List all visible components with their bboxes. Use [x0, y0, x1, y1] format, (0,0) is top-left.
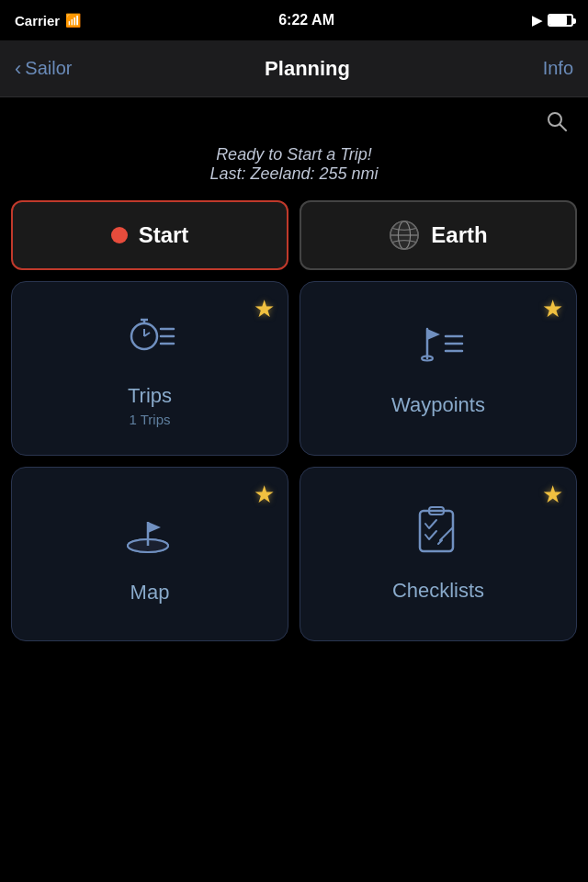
svg-line-25: [440, 527, 453, 540]
trips-star-icon: ★: [254, 295, 275, 323]
subtitle-line1: Ready to Start a Trip!: [18, 145, 570, 164]
start-label: Start: [139, 222, 189, 248]
back-label: Sailor: [25, 58, 72, 79]
action-buttons-row: Start Earth: [0, 200, 588, 281]
main-grid: ★ Trips 1 Trips ★: [0, 281, 588, 652]
location-icon: ▶: [532, 13, 542, 28]
info-button[interactable]: Info: [543, 58, 573, 79]
start-button[interactable]: Start: [11, 200, 288, 270]
back-button[interactable]: ‹ Sailor: [15, 57, 72, 81]
earth-button[interactable]: Earth: [300, 200, 577, 270]
search-button[interactable]: [542, 107, 571, 136]
status-right: ▶: [532, 13, 573, 28]
trips-icon: [124, 311, 175, 373]
trips-label: Trips: [128, 384, 172, 408]
status-time: 6:22 AM: [278, 12, 334, 28]
battery-icon: [548, 14, 573, 27]
wifi-icon: 📶: [65, 13, 81, 28]
earth-globe-icon: [389, 220, 420, 251]
chevron-left-icon: ‹: [15, 57, 21, 81]
waypoints-label: Waypoints: [391, 393, 485, 417]
page-title: Planning: [265, 57, 350, 81]
map-icon: [122, 503, 177, 570]
earth-label: Earth: [431, 222, 487, 248]
checklists-icon: [413, 505, 464, 568]
search-row: [0, 97, 588, 140]
subtitle-section: Ready to Start a Trip! Last: Zeeland: 25…: [0, 140, 588, 200]
search-icon: [547, 111, 567, 131]
map-star-icon: ★: [254, 481, 275, 509]
waypoints-star-icon: ★: [542, 295, 563, 323]
checklists-label: Checklists: [392, 579, 484, 603]
subtitle-line2: Last: Zeeland: 255 nmi: [18, 164, 570, 184]
map-tile[interactable]: ★ Map: [11, 467, 288, 641]
map-label: Map: [130, 581, 170, 605]
carrier-text: Carrier: [15, 13, 60, 28]
svg-line-26: [438, 540, 442, 544]
trips-sublabel: 1 Trips: [129, 412, 170, 427]
waypoints-icon: [413, 320, 464, 382]
status-bar: Carrier 📶 6:22 AM ▶: [0, 0, 588, 40]
checklists-tile[interactable]: ★ Checklists: [300, 467, 577, 641]
trips-tile[interactable]: ★ Trips 1 Trips: [11, 281, 288, 456]
checklists-star-icon: ★: [542, 481, 563, 509]
status-left: Carrier 📶: [15, 13, 81, 28]
nav-bar: ‹ Sailor Planning Info: [0, 40, 588, 97]
start-dot: [111, 227, 128, 243]
svg-line-1: [560, 125, 567, 131]
waypoints-tile[interactable]: ★ Waypoints: [300, 281, 577, 456]
